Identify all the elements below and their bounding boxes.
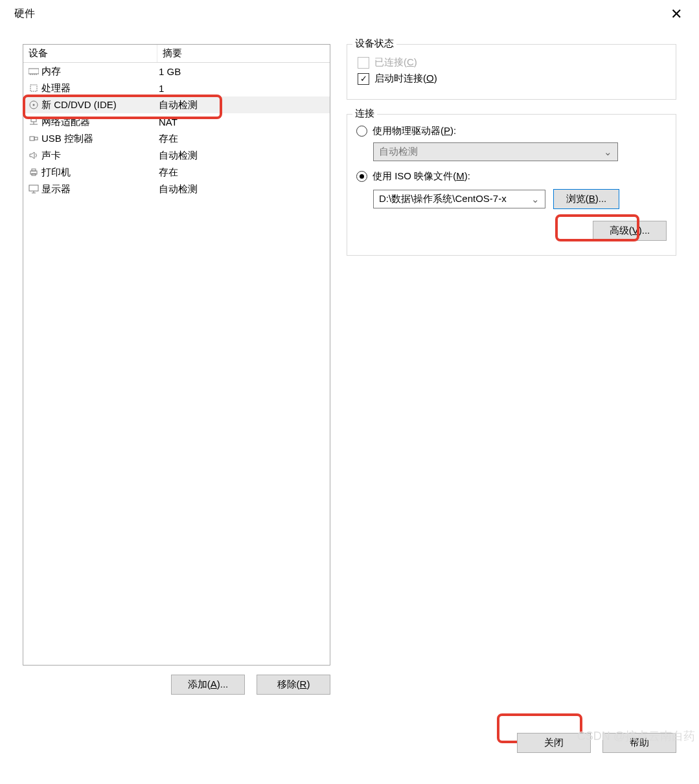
device-name: 处理器 [40, 82, 159, 95]
iso-file-radio[interactable]: 使用 ISO 映像文件(M): [356, 170, 667, 183]
svg-rect-0 [29, 69, 39, 74]
connection-group: 连接 使用物理驱动器(P): 自动检测 ⌄ 使用 ISO 映像文件(M): D:… [347, 114, 676, 256]
device-status-group: 设备状态 已连接(C) ✓ 启动时连接(O) [347, 44, 676, 100]
svg-point-7 [33, 104, 35, 106]
device-list-header: 设备 摘要 [23, 45, 330, 63]
device-name: 打印机 [40, 166, 159, 179]
device-name: USB 控制器 [40, 133, 159, 145]
cpu-icon [27, 83, 40, 93]
browse-button[interactable]: 浏览(B)... [553, 189, 619, 209]
device-row[interactable]: 内存1 GB [23, 63, 330, 80]
radio-icon [356, 126, 367, 137]
device-row[interactable]: USB 控制器存在 [23, 130, 330, 147]
svg-rect-12 [34, 137, 38, 140]
memory-icon [27, 67, 40, 75]
window-title: 硬件 [14, 7, 35, 21]
header-summary[interactable]: 摘要 [157, 45, 330, 62]
usb-icon [27, 134, 40, 143]
device-list[interactable]: 设备 摘要 内存1 GB处理器1新 CD/DVD (IDE)自动检测网络适配器N… [23, 44, 330, 666]
remove-button[interactable]: 移除(R) [257, 675, 330, 695]
header-device[interactable]: 设备 [23, 45, 157, 62]
chevron-down-icon: ⌄ [604, 146, 612, 158]
device-status-title: 设备状态 [352, 38, 396, 50]
device-row[interactable]: 新 CD/DVD (IDE)自动检测 [23, 96, 330, 113]
physical-drive-combo: 自动检测 ⌄ [373, 142, 618, 161]
radio-icon [356, 171, 367, 182]
help-button[interactable]: 帮助 [602, 733, 676, 753]
svg-rect-14 [32, 169, 36, 171]
device-summary: 存在 [159, 166, 326, 179]
checkbox-icon [358, 57, 369, 69]
device-name: 声卡 [40, 150, 159, 162]
device-name: 新 CD/DVD (IDE) [40, 99, 159, 111]
connected-checkbox: 已连接(C) [358, 56, 667, 69]
disc-icon [27, 100, 40, 110]
printer-icon [27, 168, 40, 177]
svg-rect-5 [30, 85, 37, 91]
device-row[interactable]: 处理器1 [23, 80, 330, 96]
net-icon [27, 117, 40, 126]
connect-at-startup-checkbox[interactable]: ✓ 启动时连接(O) [358, 73, 667, 85]
device-name: 显示器 [40, 183, 159, 196]
connection-title: 连接 [352, 107, 377, 120]
advanced-button[interactable]: 高级(V)... [593, 221, 667, 241]
device-summary: 1 [159, 83, 326, 94]
device-row[interactable]: 网络适配器NAT [23, 113, 330, 130]
device-summary: 自动检测 [159, 183, 326, 196]
device-row[interactable]: 打印机存在 [23, 164, 330, 181]
iso-path-combo[interactable]: D:\数据\操作系统\CentOS-7-x ⌄ [373, 190, 545, 208]
display-icon [27, 185, 40, 194]
add-button[interactable]: 添加(A)... [171, 675, 245, 695]
device-row[interactable]: 显示器自动检测 [23, 181, 330, 197]
svg-rect-11 [30, 137, 34, 140]
device-summary: 1 GB [159, 66, 326, 77]
checkbox-icon: ✓ [358, 73, 369, 85]
device-summary: 自动检测 [159, 99, 326, 111]
close-icon[interactable]: ✕ [661, 2, 691, 27]
device-summary: NAT [159, 117, 326, 128]
close-button[interactable]: 关闭 [517, 733, 591, 753]
sound-icon [27, 151, 40, 160]
svg-rect-16 [29, 185, 38, 191]
device-summary: 存在 [159, 133, 326, 145]
device-name: 网络适配器 [40, 116, 159, 128]
device-summary: 自动检测 [159, 150, 326, 162]
device-name: 内存 [40, 65, 159, 78]
svg-rect-8 [31, 118, 36, 122]
device-row[interactable]: 声卡自动检测 [23, 147, 330, 164]
chevron-down-icon: ⌄ [531, 194, 540, 205]
physical-drive-radio[interactable]: 使用物理驱动器(P): [356, 125, 667, 137]
